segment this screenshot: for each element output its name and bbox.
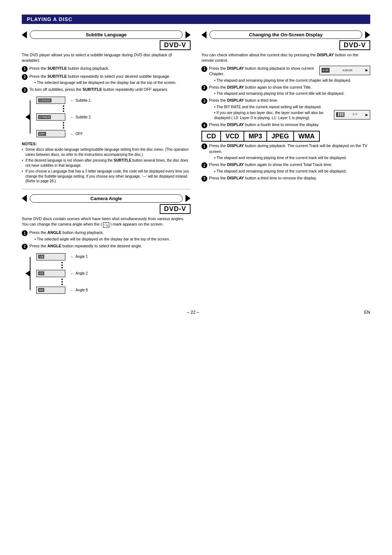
display-item-3: 3 Press the DISPLAY button a third time.…	[201, 98, 370, 120]
camera-dvd-badge: DVD-V	[160, 204, 191, 214]
angle-screen-box-8: 8/8	[36, 287, 65, 294]
display-item-1-text: 0:49 0:00:00 ▶ Press the DISPLAY button …	[209, 66, 370, 83]
subtitle-screen-box-2: 2 FRE/6	[36, 113, 65, 121]
subtitle-label-2: ← Subtitle 2	[70, 115, 91, 119]
display-num-4: 4	[201, 122, 207, 128]
page-header: PLAYING A DISC	[22, 15, 370, 24]
cd-badge-row: CDVCDMP3JPEGWMA	[201, 133, 370, 140]
display-item-3-text: Press the DISPLAY button a third time. T…	[209, 98, 370, 120]
footer-page-number: – 22 –	[187, 310, 199, 315]
angle-screen-2: 2/8 ← Angle 2	[36, 270, 88, 277]
subtitle-item-3-text: To turn off subtitles, press the SUBTITL…	[29, 87, 191, 92]
subtitle-item-2-text: Press the SUBTITLE button repeatedly to …	[29, 74, 191, 85]
camera-section-title: Camera Angle	[30, 194, 183, 203]
display-item-3-sub2: • If you are playing a two layer disc, t…	[214, 110, 323, 120]
subtitle-item-1-text: Press the SUBTITLE button during playbac…	[29, 66, 191, 71]
subtitle-label-off: ← OFF	[70, 132, 83, 136]
display-item-1: 1 0:49 0:00:00 ▶ Press the DISPLAY butto…	[201, 66, 370, 83]
subtitle-screen-off: OFF ← OFF	[36, 130, 91, 137]
cd-item-1-sub: The elapsed and remaining playing time o…	[209, 155, 370, 160]
separator-1	[22, 189, 191, 189]
angle-screen-box-1: 1/8	[36, 253, 65, 260]
subtitle-item-2-sub: The selected language will be displayed …	[29, 80, 191, 85]
cd-item-2-text: Press the DISPLAY button again to show t…	[209, 162, 370, 174]
camera-item-2-text: Press the ANGLE button repeatedly to sel…	[29, 243, 191, 249]
cd-num-1: 1	[201, 143, 207, 149]
subtitle-num-1: 1	[22, 66, 28, 72]
cd-item-1-text: Press the DISPLAY button during playback…	[209, 143, 370, 160]
cd-num-2: 2	[201, 162, 207, 168]
camera-num-2: 2	[22, 244, 28, 250]
display-item-4: 4 Press the DISPLAY button a fourth time…	[201, 122, 370, 128]
subtitle-screen-2: 2 FRE/6 ← Subtitle 2	[36, 113, 91, 121]
page-header-title: PLAYING A DISC	[27, 16, 72, 22]
display-item-4-text: Press the DISPLAY button a fourth time t…	[209, 122, 370, 127]
subtitle-dots-1	[36, 104, 91, 113]
cd-item-3: 3 Press the DISPLAY button a third time …	[201, 175, 370, 182]
cd-item-2: 2 Press the DISPLAY button again to show…	[201, 162, 370, 174]
camera-section: Camera Angle DVD-V Some DVD discs contai…	[22, 194, 191, 294]
camera-item-1: 1 Press the ANGLE button during playback…	[22, 230, 191, 242]
display-title-row: Changing the On-Screen Display	[201, 31, 370, 39]
subtitle-intro: The DVD player allows you to select a su…	[22, 52, 191, 64]
subtitle-screen-1: 1 ENG/6 ← Subtitle 1	[36, 97, 91, 104]
subtitle-title-row: Subtitle Language	[22, 31, 191, 39]
subtitle-item-1: 1 Press the SUBTITLE button during playb…	[22, 66, 191, 72]
display-num-2: 2	[201, 85, 207, 91]
cd-item-3-text: Press the DISPLAY button a third time to…	[209, 175, 370, 181]
jpeg-badge: JPEG	[266, 131, 294, 142]
note-2: If the desired language is not shown aft…	[22, 158, 191, 168]
angle-screen-8: 8/8 ← Angle 8	[36, 287, 88, 294]
display-item-2: 2 Press the DISPLAY button again to show…	[201, 85, 370, 96]
subtitle-item-2: 2 Press the SUBTITLE button repeatedly t…	[22, 74, 191, 85]
subtitle-num-2: 2	[22, 74, 28, 80]
subtitle-arrow-left-icon	[22, 31, 27, 39]
display-item-2-sub: The elapsed and remaining playing time o…	[209, 91, 370, 96]
vcd-badge: VCD	[220, 131, 244, 142]
display-num-3: 3	[201, 98, 207, 104]
subtitle-label-1: ← Subtitle 1	[70, 98, 91, 102]
angle-label-1: ← Angle 1	[70, 255, 88, 259]
angle-screen-1: 1/8 ← Angle 1	[36, 253, 88, 260]
subtitle-section-title: Subtitle Language	[30, 31, 183, 39]
page-footer: – 22 – EN	[22, 310, 370, 315]
mp3-badge: MP3	[244, 131, 267, 142]
subtitle-arrow-right-icon	[185, 31, 191, 39]
angle-label-2: ← Angle 2	[70, 271, 88, 275]
display-item-2-text: Press the DISPLAY button again to show t…	[209, 85, 370, 96]
cd-item-2-sub: The elapsed and remaining playing time o…	[209, 169, 370, 174]
display-item-3-sub1: The BIT RATE and the current repeat sett…	[209, 104, 370, 109]
camera-item-1-text: Press the ANGLE button during playback. …	[29, 230, 191, 242]
cd-badge: CD	[201, 131, 221, 142]
right-column: Changing the On-Screen Display DVD-V You…	[201, 31, 370, 299]
camera-intro: Some DVD discs contain scenes which have…	[22, 216, 191, 228]
camera-item-2: 2 Press the ANGLE button repeatedly to s…	[22, 243, 191, 250]
display-arrow-right-icon	[365, 31, 370, 39]
wma-badge: WMA	[293, 131, 320, 142]
note-1: Some discs allow audio language setting/…	[22, 147, 191, 157]
subtitle-screen-box-1: 1 ENG/6	[36, 97, 65, 104]
display-arrow-left-icon	[201, 31, 207, 39]
display-dvd-badge: DVD-V	[339, 40, 370, 50]
notes-title: NOTES:	[22, 142, 191, 146]
camera-arrow-left-icon	[22, 195, 27, 202]
note-3: If you choose a Language that has a 3 le…	[22, 169, 191, 184]
subtitle-diagram: 1 ENG/6 ← Subtitle 1 2 FRE/6	[29, 97, 191, 137]
subtitle-dots-2	[36, 121, 91, 130]
subtitle-item-3: 3 To turn off subtitles, press the SUBTI…	[22, 87, 191, 93]
display-item-1-sub: The elapsed and remaining playing time o…	[209, 78, 370, 83]
display-section-title: Changing the On-Screen Display	[209, 31, 362, 39]
angle-dots-2	[36, 277, 88, 287]
angle-screen-box-2: 2/8	[36, 270, 65, 277]
cd-item-1: 1 Press the DISPLAY button during playba…	[201, 143, 370, 160]
left-column: Subtitle Language DVD-V The DVD player a…	[22, 31, 191, 299]
camera-item-1-sub: The selected angle will be displayed on …	[29, 236, 191, 242]
subtitle-dvd-badge: DVD-V	[160, 40, 191, 50]
subtitle-screen-box-off: OFF	[36, 130, 65, 137]
angle-label-8: ← Angle 8	[70, 288, 88, 292]
camera-num-1: 1	[22, 230, 28, 236]
camera-arrow-right-icon	[185, 195, 191, 202]
display-num-1: 1	[201, 66, 207, 72]
angle-diagram: 1/8 ← Angle 1 2/8 ← A	[29, 253, 191, 294]
angle-dots-1	[36, 260, 88, 270]
